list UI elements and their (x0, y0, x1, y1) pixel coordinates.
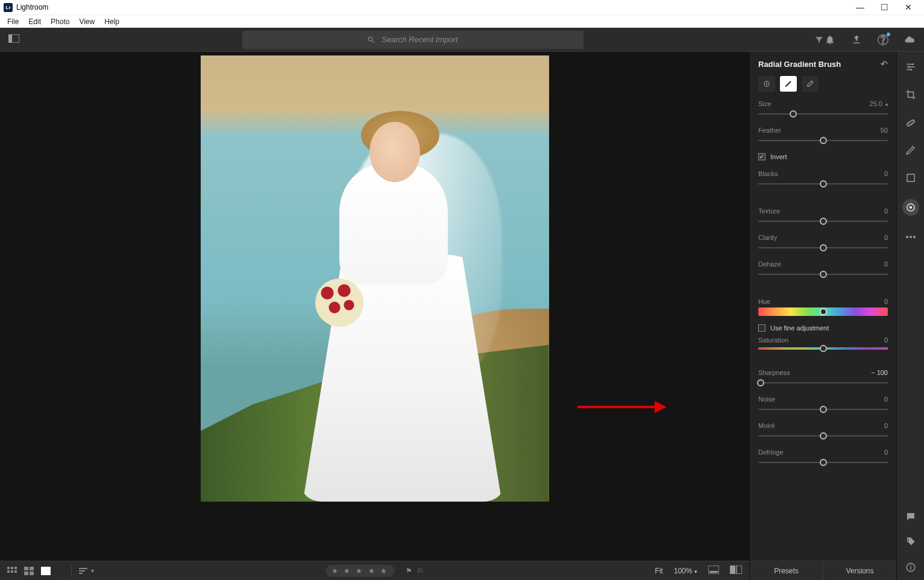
size-slider[interactable] (758, 110, 888, 118)
compare-view-icon[interactable] (730, 566, 742, 576)
bell-icon[interactable] (824, 34, 836, 46)
svg-rect-26 (30, 572, 34, 575)
cloud-icon[interactable] (904, 34, 916, 46)
flag-reject-icon[interactable]: ⚐ (417, 567, 424, 575)
filter-icon[interactable] (814, 31, 824, 49)
control-defringe: Defringe0 (758, 449, 888, 467)
window-titlebar: Lr Lightroom — ☐ ✕ (0, 0, 924, 14)
noise-slider[interactable] (758, 405, 888, 414)
flag-pick-icon[interactable]: ⚑ (406, 567, 412, 575)
fit-label[interactable]: Fit (655, 567, 663, 575)
linear-gradient-icon[interactable] (904, 171, 917, 184)
menu-help[interactable]: Help (99, 16, 124, 27)
more-icon[interactable] (904, 230, 917, 244)
feather-value: 50 (881, 127, 888, 134)
photo-preview (201, 55, 549, 502)
view-mode-group (7, 567, 52, 575)
invert-checkbox[interactable]: Invert (758, 153, 888, 160)
svg-rect-24 (30, 567, 34, 570)
defringe-slider[interactable] (758, 458, 888, 467)
svg-point-6 (910, 69, 912, 71)
search-input[interactable]: Search Recent Import (242, 31, 583, 49)
menu-edit[interactable]: Edit (24, 16, 46, 27)
share-icon[interactable] (850, 34, 863, 46)
control-dehaze: Dehaze0 (758, 260, 888, 279)
brush-mode-brush-icon[interactable] (780, 76, 797, 92)
edit-sliders-icon[interactable] (904, 60, 917, 74)
texture-label: Texture (758, 207, 780, 215)
svg-rect-33 (730, 566, 735, 574)
radial-gradient-icon[interactable] (902, 199, 919, 216)
svg-rect-17 (7, 567, 10, 569)
info-icon[interactable] (905, 562, 916, 575)
size-label: Size (758, 100, 771, 107)
grid-view-large-icon[interactable] (24, 567, 35, 575)
texture-value: 0 (884, 207, 888, 215)
grid-view-small-icon[interactable] (7, 567, 18, 575)
heal-icon[interactable] (904, 116, 917, 129)
fine-label: Use fine adjustment (770, 324, 829, 332)
hue-value: 0 (884, 298, 888, 305)
panel-title-text: Radial Gradient Brush (758, 60, 841, 69)
rating-stars[interactable]: ★ ★ ★ ★ ★ (325, 565, 395, 577)
blacks-slider[interactable] (758, 180, 888, 188)
control-saturation: Saturation0 (758, 336, 888, 350)
dehaze-label: Dehaze (758, 260, 781, 268)
brush-icon[interactable] (904, 143, 917, 157)
svg-rect-28 (79, 568, 87, 569)
left-panel-toggle-icon[interactable] (8, 34, 19, 45)
feather-slider[interactable] (758, 136, 888, 145)
dehaze-slider[interactable] (758, 270, 888, 279)
filmstrip-toggle-icon[interactable] (708, 566, 719, 576)
menu-photo[interactable]: Photo (46, 16, 74, 27)
single-view-icon[interactable] (41, 567, 52, 575)
svg-rect-22 (14, 570, 17, 573)
tag-icon[interactable] (905, 537, 916, 550)
svg-rect-32 (709, 571, 718, 573)
edit-panel: Radial Gradient Brush ↶ Size 25.0◂ (749, 52, 896, 561)
app-logo: Lr (4, 3, 13, 12)
svg-rect-37 (910, 567, 911, 570)
moire-slider[interactable] (758, 432, 888, 440)
close-window-button[interactable]: ✕ (896, 1, 920, 14)
search-placeholder: Search Recent Import (382, 35, 457, 44)
fine-adjust-checkbox[interactable]: Use fine adjustment (758, 324, 888, 332)
svg-point-8 (908, 123, 910, 124)
svg-rect-7 (907, 119, 915, 127)
svg-rect-19 (14, 567, 17, 569)
svg-rect-21 (11, 570, 13, 573)
undo-icon[interactable]: ↶ (881, 59, 888, 69)
menu-view[interactable]: View (74, 16, 99, 27)
minimize-button[interactable]: — (848, 1, 872, 14)
hue-label: Hue (758, 298, 770, 305)
clarity-slider[interactable] (758, 244, 888, 252)
maximize-button[interactable]: ☐ (872, 1, 896, 14)
hue-slider[interactable] (758, 307, 888, 316)
sharpness-slider[interactable] (758, 379, 888, 387)
size-value: 25.0 (870, 100, 882, 107)
texture-slider[interactable] (758, 217, 888, 225)
panel-section-title: Radial Gradient Brush ↶ (758, 59, 888, 69)
brush-mode-erase-icon[interactable] (802, 76, 819, 92)
control-moire: Moiré0 (758, 422, 888, 440)
saturation-slider[interactable] (758, 347, 888, 350)
moire-label: Moiré (758, 422, 775, 429)
defringe-label: Defringe (758, 449, 784, 456)
crop-icon[interactable] (904, 88, 917, 101)
comment-icon[interactable] (905, 511, 916, 525)
dehaze-value: 0 (884, 260, 888, 268)
help-icon[interactable] (877, 34, 889, 46)
menu-file[interactable]: File (2, 16, 24, 27)
versions-button[interactable]: Versions (823, 561, 896, 580)
app-title: Lightroom (16, 3, 48, 11)
sharpness-value: − 100 (871, 369, 888, 376)
zoom-dropdown[interactable]: 100% ▾ (674, 567, 697, 575)
brush-mode-new-icon[interactable] (758, 76, 775, 92)
svg-rect-20 (7, 570, 10, 573)
control-size: Size 25.0◂ (758, 100, 888, 118)
presets-button[interactable]: Presets (750, 561, 823, 580)
svg-rect-29 (79, 570, 85, 572)
photo-canvas[interactable] (0, 52, 749, 561)
sort-dropdown[interactable]: ▾ (79, 567, 94, 574)
svg-point-3 (766, 83, 767, 84)
